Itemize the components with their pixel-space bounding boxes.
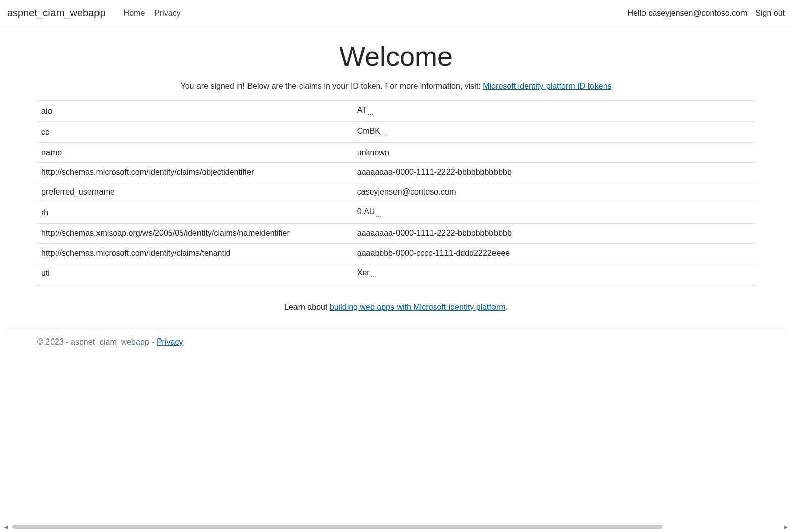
claim-key: http://schemas.microsoft.com/identity/cl…	[37, 243, 353, 263]
claim-key: http://schemas.xmlsoap.org/ws/2005/05/id…	[37, 223, 353, 243]
claim-value: AT…	[353, 101, 755, 122]
main-content: Welcome You are signed in! Below are the…	[0, 40, 792, 312]
scroll-right-arrow-icon[interactable]: ▶	[783, 524, 789, 530]
footer-text: © 2023 - aspnet_ciam_webapp - Privacy	[37, 332, 755, 347]
intro-text: You are signed in! Below are the claims …	[7, 82, 785, 91]
claim-value: aaaabbbb-0000-cccc-1111-dddd2222eeee	[353, 243, 755, 263]
scroll-left-arrow-icon[interactable]: ◀	[3, 524, 9, 530]
learn-suffix: .	[506, 303, 508, 311]
greeting: Hello caseyjensen@contoso.com	[627, 9, 747, 18]
ellipsis-icon: …	[367, 109, 374, 116]
claim-value: Xer…	[353, 263, 755, 284]
scrollbar-track[interactable]	[9, 524, 783, 529]
navbar: aspnet_ciam_webapp Home Privacy Hello ca…	[0, 0, 792, 28]
claim-value: aaaaaaaa-0000-1111-2222-bbbbbbbbbbbb	[353, 163, 755, 182]
table-row: preferred_usernamecaseyjensen@contoso.co…	[37, 182, 755, 202]
claim-key: name	[37, 143, 353, 163]
learn-prefix: Learn about	[284, 303, 330, 311]
nav-left: aspnet_ciam_webapp Home Privacy	[7, 7, 181, 19]
claim-key: uti	[37, 263, 353, 284]
nav-right: Hello caseyjensen@contoso.com Sign out	[627, 9, 785, 18]
claims-table-wrap: aioAT…ccCmBK…nameunknownhttp://schemas.m…	[7, 100, 785, 284]
claim-key: aio	[37, 101, 353, 122]
claims-table: aioAT…ccCmBK…nameunknownhttp://schemas.m…	[37, 100, 755, 284]
footer-privacy-link[interactable]: Privacy	[157, 337, 183, 346]
claim-key: preferred_username	[37, 182, 353, 202]
claim-value: caseyjensen@contoso.com	[353, 182, 755, 202]
table-row: nameunknown	[37, 143, 755, 163]
page-frame: aspnet_ciam_webapp Home Privacy Hello ca…	[0, 0, 792, 357]
claim-key: http://schemas.microsoft.com/identity/cl…	[37, 163, 353, 182]
table-row: http://schemas.microsoft.com/identity/cl…	[37, 163, 755, 182]
claims-tbody: aioAT…ccCmBK…nameunknownhttp://schemas.m…	[37, 101, 755, 284]
brand-link[interactable]: aspnet_ciam_webapp	[7, 7, 106, 19]
intro-prefix: You are signed in! Below are the claims …	[180, 82, 483, 90]
table-row: ccCmBK…	[37, 122, 755, 143]
claim-value: unknown	[353, 143, 755, 163]
table-row: utiXer…	[37, 263, 755, 284]
horizontal-scrollbar[interactable]: ◀ ▶	[3, 524, 789, 530]
id-tokens-link[interactable]: Microsoft identity platform ID tokens	[483, 82, 611, 90]
scrollbar-thumb[interactable]	[12, 525, 662, 529]
learn-text: Learn about building web apps with Micro…	[7, 303, 785, 312]
claim-value: 0.AU…	[353, 202, 755, 223]
ellipsis-icon: …	[380, 130, 387, 137]
nav-home-link[interactable]: Home	[124, 9, 145, 18]
signout-link[interactable]: Sign out	[755, 9, 785, 18]
claim-key: rh	[37, 202, 353, 223]
table-row: rh0.AU…	[37, 202, 755, 223]
copyright: © 2023 - aspnet_ciam_webapp -	[37, 337, 157, 346]
ellipsis-icon: …	[375, 211, 382, 218]
footer: © 2023 - aspnet_ciam_webapp - Privacy	[7, 329, 785, 357]
nav-privacy-link[interactable]: Privacy	[154, 9, 180, 18]
greeting-email: caseyjensen@contoso.com	[648, 9, 747, 17]
learn-link[interactable]: building web apps with Microsoft identit…	[330, 303, 506, 311]
claim-key: cc	[37, 122, 353, 143]
table-row: http://schemas.xmlsoap.org/ws/2005/05/id…	[37, 223, 755, 243]
ellipsis-icon: …	[370, 271, 377, 279]
table-row: http://schemas.microsoft.com/identity/cl…	[37, 243, 755, 263]
claim-value: CmBK…	[353, 122, 755, 143]
greeting-prefix: Hello	[627, 9, 648, 17]
claim-value: aaaaaaaa-0000-1111-2222-bbbbbbbbbbbb	[353, 223, 755, 243]
page-title: Welcome	[7, 40, 785, 72]
table-row: aioAT…	[37, 101, 755, 122]
